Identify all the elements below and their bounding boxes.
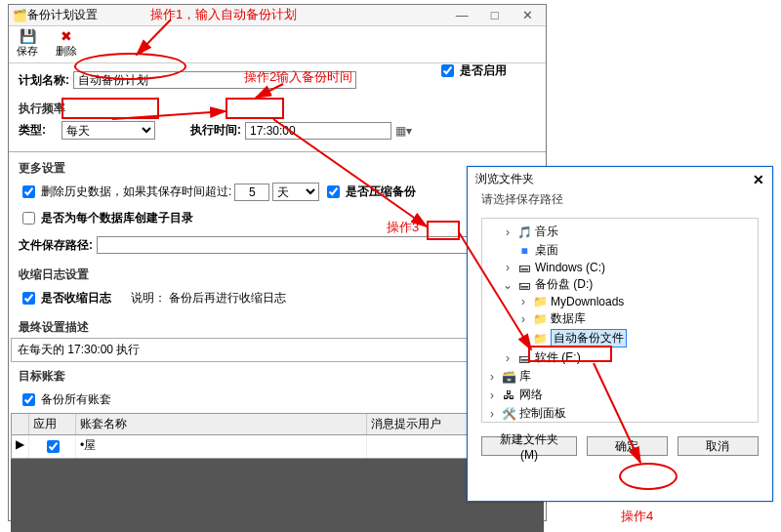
save-label: 保存 — [17, 44, 38, 59]
col-apply: 应用 — [29, 414, 76, 434]
tree-item-control-panel[interactable]: ›🛠️控制面板 — [486, 404, 754, 423]
ring-plan-name — [74, 53, 186, 80]
execution-time-input[interactable] — [245, 122, 391, 140]
tree-item-music[interactable]: ›🎵音乐 — [486, 223, 754, 241]
delete-history-value[interactable] — [234, 184, 269, 201]
compress-label: 是否压缩备份 — [346, 184, 416, 200]
type-label: 类型: — [19, 122, 58, 139]
compress-checkbox[interactable] — [327, 185, 340, 198]
tree-item-network[interactable]: ›🖧网络 — [486, 386, 754, 404]
delete-icon: ✖ — [61, 28, 72, 44]
last-description: 在每天的 17:30:00 执行 — [11, 338, 544, 362]
minimize-button[interactable]: — — [447, 8, 476, 22]
folder-icon: 📁 — [533, 332, 547, 346]
grid-body: ▶ •屋 — [12, 435, 543, 458]
target-title: 目标账套 — [19, 368, 536, 385]
enable-label: 是否启用 — [460, 62, 507, 79]
maximize-button[interactable]: □ — [480, 8, 510, 22]
drive-icon: 🖴 — [517, 278, 531, 292]
dialog-titlebar: 浏览文件夹 ✕ — [468, 167, 772, 191]
ok-button[interactable]: 确定 — [587, 436, 668, 456]
target-grid: 应用 账套名称 消息提示用户 ▶ •屋 — [11, 413, 544, 459]
drive-icon: 🖴 — [517, 261, 531, 274]
app-icon: 🗂️ — [13, 9, 27, 22]
new-folder-button[interactable]: 新建文件夹(M) — [481, 436, 577, 456]
dialog-buttons: 新建文件夹(M) 确定 取消 — [468, 427, 772, 466]
tree-item-desktop[interactable]: ■桌面 — [486, 241, 754, 260]
shrink-section: 收缩日志设置 是否收缩日志 说明： 备份后再进行收缩日志 — [9, 261, 546, 313]
tree-item-backup-d[interactable]: ⌄🖴备份盘 (D:) — [486, 275, 754, 294]
plan-name-label: 计划名称: — [19, 72, 69, 89]
frequency-type-select[interactable]: 每天 — [62, 121, 155, 140]
row-account-name: •屋 — [76, 435, 367, 458]
more-settings-title: 更多设置 — [19, 160, 536, 177]
dialog-close-button[interactable]: ✕ — [753, 172, 764, 187]
grid-header: 应用 账套名称 消息提示用户 — [12, 414, 543, 435]
annotation-op3: 操作3 — [387, 219, 419, 236]
ring-ok — [619, 463, 678, 490]
desktop-icon: ■ — [517, 244, 531, 258]
box-browse — [427, 221, 460, 240]
subdir-label: 是否为每个数据库创建子目录 — [41, 210, 193, 226]
backup-all-checkbox[interactable] — [22, 393, 35, 406]
box-auto-backup-folder — [528, 346, 612, 362]
backup-all-label: 备份所有账套 — [41, 391, 111, 408]
delete-history-unit[interactable]: 天 — [272, 183, 319, 201]
tree-item-database[interactable]: ›📁数据库 — [486, 309, 754, 328]
shrink-note-label: 说明： — [131, 290, 166, 307]
delete-label: 删除 — [56, 44, 77, 59]
delete-history-label: 删除历史数据，如果其保存时间超过: — [41, 184, 231, 200]
delete-history-checkbox[interactable] — [22, 185, 35, 198]
shrink-title: 收缩日志设置 — [19, 266, 536, 283]
target-section: 目标账套 备份所有账套 — [9, 362, 546, 413]
enable-checkbox-input[interactable] — [441, 64, 454, 77]
folder-browser-dialog: 浏览文件夹 ✕ 请选择保存路径 ›🎵音乐 ■桌面 ›🖴Windows (C:) … — [467, 166, 773, 502]
close-button[interactable]: ✕ — [513, 8, 542, 22]
save-icon: 💾 — [20, 28, 36, 44]
last-section: 最终设置描述 — [9, 313, 546, 336]
folder-icon: 📁 — [533, 295, 547, 308]
table-row[interactable]: ▶ •屋 — [12, 435, 543, 458]
annotation-op4: 操作4 — [621, 508, 653, 525]
save-button[interactable]: 💾 保存 — [17, 28, 38, 59]
folder-tree[interactable]: ›🎵音乐 ■桌面 ›🖴Windows (C:) ⌄🖴备份盘 (D:) ›📁MyD… — [481, 218, 759, 423]
time-label: 执行时间: — [190, 122, 241, 139]
annotation-op1: 操作1，输入自动备份计划 — [150, 6, 297, 23]
tree-item-libraries[interactable]: ›🗃️库 — [486, 367, 754, 386]
annotation-op2: 操作2输入备份时间 — [244, 68, 352, 86]
grid-empty-area — [11, 459, 544, 532]
time-picker-icon[interactable]: ▦▾ — [395, 124, 412, 138]
dialog-subtitle: 请选择保存路径 — [468, 191, 772, 214]
row-apply-checkbox[interactable] — [47, 440, 60, 453]
libraries-icon: 🗃️ — [502, 370, 515, 384]
more-settings-section: 更多设置 删除历史数据，如果其保存时间超过: 天 是否压缩备份 是否为每个数据库… — [9, 154, 546, 261]
delete-button[interactable]: ✖ 删除 — [56, 28, 77, 59]
tree-item-software-e[interactable]: ›🖴软件 (E:) — [486, 348, 754, 367]
enable-checkbox[interactable]: 是否启用 — [437, 61, 507, 80]
music-icon: 🎵 — [517, 225, 531, 239]
shrink-checkbox[interactable] — [22, 292, 35, 305]
tree-item-mydownloads[interactable]: ›📁MyDownloads — [486, 294, 754, 309]
shrink-label: 是否收缩日志 — [41, 290, 111, 307]
tree-item-auto-backup[interactable]: 📁自动备份文件 — [486, 328, 754, 348]
box-type — [62, 98, 159, 119]
last-title: 最终设置描述 — [19, 319, 536, 336]
box-time — [226, 98, 284, 119]
save-path-label: 文件保存路径: — [19, 237, 93, 254]
subdir-checkbox[interactable] — [22, 212, 35, 225]
tree-item-windows-c[interactable]: ›🖴Windows (C:) — [486, 260, 754, 275]
control-panel-icon: 🛠️ — [502, 407, 515, 421]
dialog-title: 浏览文件夹 — [475, 171, 753, 187]
network-icon: 🖧 — [502, 389, 515, 402]
cancel-button[interactable]: 取消 — [678, 436, 759, 456]
folder-icon: 📁 — [533, 312, 547, 326]
col-account: 账套名称 — [76, 414, 367, 434]
shrink-note-text: 备份后再进行收缩日志 — [169, 290, 286, 307]
